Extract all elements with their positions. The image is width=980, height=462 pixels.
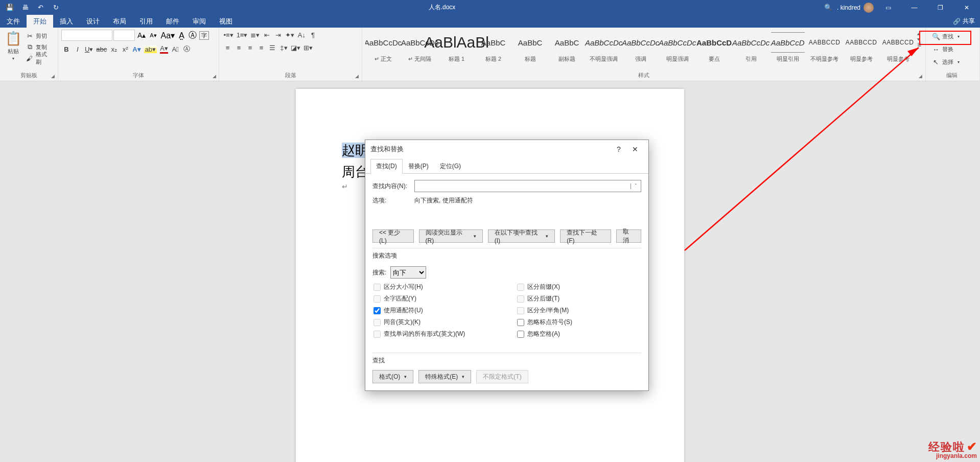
italic-icon[interactable]: I	[74, 45, 82, 53]
chk-ignore-punct[interactable]: 忽略标点符号(S)	[517, 318, 640, 327]
style-item[interactable]: AaBbCcDc强调	[623, 30, 659, 65]
grow-font-icon[interactable]: A▴	[136, 31, 147, 39]
style-item[interactable]: AaBbC标题 2	[476, 30, 511, 65]
highlight-icon[interactable]: ab▾	[144, 45, 157, 53]
window-restore[interactable]: ❐	[929, 0, 952, 15]
gallery-up-icon[interactable]: ▴	[917, 31, 921, 36]
share-button[interactable]: 🔗共享	[948, 15, 980, 28]
enclose-icon[interactable]: 字	[199, 31, 209, 40]
special-button[interactable]: 特殊格式(E)	[418, 370, 471, 383]
underline-icon[interactable]: U▾	[85, 45, 93, 53]
qat-undo[interactable]: ↶	[35, 2, 46, 13]
chk-wildcard[interactable]: 使用通配符(U)	[374, 306, 497, 315]
dialog-close-icon[interactable]: ✕	[627, 142, 643, 156]
style-item[interactable]: AABBCCD不明显参考	[807, 30, 843, 65]
style-item[interactable]: AaBbC标题	[512, 30, 548, 65]
justify-icon[interactable]: ≡	[257, 44, 265, 52]
shading-icon[interactable]: ◪▾	[291, 44, 300, 52]
style-item[interactable]: AaBbCcD要点	[696, 30, 732, 65]
style-item[interactable]: AaBbCcDc明显强调	[660, 30, 695, 65]
char-shading-icon[interactable]: A⃞	[171, 45, 179, 53]
align-center-icon[interactable]: ≡	[235, 44, 243, 52]
text-effects-icon[interactable]: A▾	[132, 45, 141, 53]
find-next-button[interactable]: 查找下一处(F)	[560, 229, 611, 243]
format-painter-button[interactable]: 🖌格式刷	[26, 53, 53, 63]
paste-button[interactable]: 📋 粘贴▾	[3, 30, 24, 62]
align-right-icon[interactable]: ≡	[246, 44, 254, 52]
format-button[interactable]: 格式(O)	[372, 370, 413, 383]
chk-ignore-space[interactable]: 忽略空格(A)	[517, 330, 640, 338]
tab-design[interactable]: 设计	[80, 15, 106, 28]
reading-highlight-button[interactable]: 阅读突出显示(R)	[419, 229, 483, 243]
user-name[interactable]: . kindred	[837, 4, 860, 11]
find-in-button[interactable]: 在以下项中查找(I)	[488, 229, 555, 243]
avatar[interactable]	[864, 3, 874, 13]
dlg-tab-find[interactable]: 查找(D)	[370, 159, 403, 174]
dialog-help-icon[interactable]: ?	[611, 142, 627, 156]
increase-indent-icon[interactable]: ⇥	[274, 31, 282, 39]
chk-whole-word[interactable]: 全字匹配(Y)	[374, 294, 497, 303]
style-item[interactable]: AaBbCcDc引用	[733, 30, 769, 65]
select-button[interactable]: ↖选择▾	[932, 56, 960, 67]
multilevel-icon[interactable]: ≣▾	[250, 31, 260, 39]
style-item[interactable]: AaBbCcD明显引用	[770, 30, 806, 65]
font-name-combo[interactable]	[61, 30, 112, 41]
tab-review[interactable]: 审阅	[186, 15, 213, 28]
search-direction-select[interactable]: 向下	[390, 266, 426, 279]
tab-layout[interactable]: 布局	[106, 15, 133, 28]
find-button[interactable]: 🔍查找▾	[932, 31, 960, 42]
dlg-tab-goto[interactable]: 定位(G)	[434, 159, 466, 174]
style-item[interactable]: AABBCCD明显参考	[880, 30, 916, 65]
font-size-combo[interactable]	[113, 30, 135, 41]
numbering-icon[interactable]: 1≡▾	[237, 31, 248, 39]
dialog-title-bar[interactable]: 查找和替换 ? ✕	[365, 140, 648, 158]
style-item[interactable]: AaBbC副标题	[549, 30, 585, 65]
cut-button[interactable]: ✂剪切	[26, 31, 53, 41]
qat-save[interactable]: 💾	[4, 2, 15, 13]
find-what-input[interactable]: ˇ	[414, 180, 641, 192]
chk-prefix[interactable]: 区分前缀(X)	[517, 283, 640, 291]
show-marks-icon[interactable]: ¶	[309, 31, 317, 39]
distributed-icon[interactable]: ☰	[268, 44, 276, 52]
tab-mailings[interactable]: 邮件	[159, 15, 186, 28]
paragraph-launcher[interactable]: ◢	[354, 73, 361, 80]
tab-view[interactable]: 视图	[213, 15, 239, 28]
style-item[interactable]: AaBl标题 1	[439, 30, 475, 65]
shrink-font-icon[interactable]: A▾	[148, 32, 158, 39]
font-launcher[interactable]: ◢	[211, 73, 218, 80]
chevron-down-icon[interactable]: ˇ	[631, 183, 641, 189]
decrease-indent-icon[interactable]: ⇤	[263, 31, 271, 39]
ribbon-min-icon[interactable]: ▭	[877, 0, 900, 15]
style-item[interactable]: AaBbCcDc↵ 正文	[365, 30, 401, 65]
chk-match-case[interactable]: 区分大小写(H)	[374, 283, 497, 291]
gallery-more-icon[interactable]: ≣	[917, 42, 921, 48]
phonetic-icon[interactable]: A̤	[177, 31, 186, 40]
sort-icon[interactable]: A↓	[297, 31, 306, 39]
chk-suffix[interactable]: 区分后缀(T)	[517, 294, 640, 303]
styles-launcher[interactable]: ◢	[917, 73, 924, 80]
strike-icon[interactable]: abc	[96, 45, 107, 53]
tab-file[interactable]: 文件	[0, 15, 27, 28]
less-button[interactable]: << 更少(L)	[372, 229, 414, 243]
chk-all-forms[interactable]: 查找单词的所有形式(英文)(W)	[374, 330, 497, 338]
clipboard-launcher[interactable]: ◢	[50, 73, 57, 80]
chk-sounds-like[interactable]: 同音(英文)(K)	[374, 318, 497, 327]
borders-icon[interactable]: ⊞▾	[304, 44, 313, 52]
chk-half-full[interactable]: 区分全/半角(M)	[517, 306, 640, 315]
window-close[interactable]: ✕	[955, 0, 978, 15]
bold-icon[interactable]: B	[62, 45, 71, 53]
tab-home[interactable]: 开始	[27, 15, 53, 28]
window-minimize[interactable]: —	[903, 0, 926, 15]
replace-button[interactable]: ↔替换	[932, 43, 960, 55]
align-left-icon[interactable]: ≡	[223, 44, 231, 52]
styles-gallery[interactable]: AaBbCcDc↵ 正文AaBbCcDc↵ 无间隔AaBl标题 1AaBbC标题…	[365, 30, 916, 67]
cancel-button[interactable]: 取消	[616, 229, 641, 243]
superscript-icon[interactable]: x²	[121, 45, 129, 53]
subscript-icon[interactable]: x₂	[110, 45, 118, 53]
bullets-icon[interactable]: •≡▾	[223, 31, 233, 39]
tab-insert[interactable]: 插入	[53, 15, 80, 28]
change-case-icon[interactable]: Aa▾	[159, 31, 177, 40]
qat-redo[interactable]: ↻	[50, 2, 61, 13]
char-border-icon[interactable]: Ⓐ	[182, 44, 191, 54]
dlg-tab-replace[interactable]: 替换(P)	[403, 159, 434, 174]
